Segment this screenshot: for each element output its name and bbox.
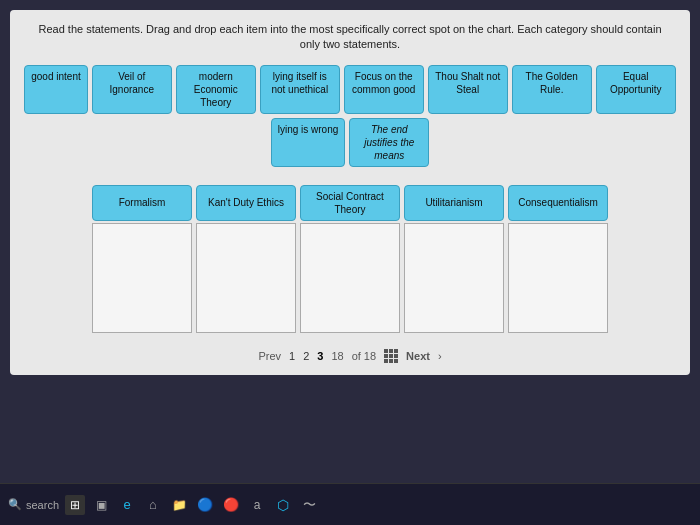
drop-box-formalism[interactable]: [92, 223, 192, 333]
app1-button[interactable]: 🔵: [195, 495, 215, 515]
app3-button[interactable]: a: [247, 495, 267, 515]
prev-button[interactable]: Prev: [258, 350, 281, 362]
drop-box-social[interactable]: [300, 223, 400, 333]
page-2[interactable]: 2: [303, 350, 309, 362]
drop-header-conseq: Consequentialism: [508, 185, 608, 221]
taskbar: 🔍 search ⊞ ▣ e ⌂ 📁 🔵 🔴 a ⬡ 〜: [0, 483, 700, 525]
drop-column-kant: Kan't Duty Ethics: [196, 185, 296, 333]
drag-item-item4[interactable]: lying itself is not unethical: [260, 65, 340, 114]
drop-column-formalism: Formalism: [92, 185, 192, 333]
drop-header-kant: Kan't Duty Ethics: [196, 185, 296, 221]
drag-item-item6[interactable]: Thou Shalt not Steal: [428, 65, 508, 114]
windows-button[interactable]: ⊞: [65, 495, 85, 515]
drop-box-kant[interactable]: [196, 223, 296, 333]
pagination-bar: Prev 1 2 3 18 of 18 Next ›: [22, 349, 678, 363]
app2-button[interactable]: 🔴: [221, 495, 241, 515]
drag-item-item8[interactable]: Equal Opportunity: [596, 65, 676, 114]
drag-item-item5[interactable]: Focus on the common good: [344, 65, 424, 114]
drop-header-util: Utilitarianism: [404, 185, 504, 221]
next-button[interactable]: Next: [406, 350, 430, 362]
activity-container: Read the statements. Drag and drop each …: [10, 10, 690, 375]
instructions-text: Read the statements. Drag and drop each …: [22, 22, 678, 53]
network-icon[interactable]: 〜: [299, 495, 319, 515]
grid-view-icon[interactable]: [384, 349, 398, 363]
drop-box-conseq[interactable]: [508, 223, 608, 333]
drag-item-item2[interactable]: Veil of Ignorance: [92, 65, 172, 114]
search-area: 🔍 search: [8, 498, 59, 511]
edge-button[interactable]: e: [117, 495, 137, 515]
hp-button[interactable]: ⬡: [273, 495, 293, 515]
drag-item-item7[interactable]: The Golden Rule.: [512, 65, 592, 114]
next-chevron: ›: [438, 350, 442, 362]
taskbar-icons: ⊞ ▣ e ⌂ 📁 🔵 🔴 a ⬡ 〜: [65, 495, 319, 515]
drop-column-util: Utilitarianism: [404, 185, 504, 333]
total-pages: 18: [331, 350, 343, 362]
drag-item-item3[interactable]: modern Economic Theory: [176, 65, 256, 114]
drag-items-bank: good intentVeil of Ignorancemodern Econo…: [22, 65, 678, 167]
page-1[interactable]: 1: [289, 350, 295, 362]
drop-header-formalism: Formalism: [92, 185, 192, 221]
drop-box-util[interactable]: [404, 223, 504, 333]
drop-area: FormalismKan't Duty EthicsSocial Contrac…: [22, 185, 678, 333]
folder-button[interactable]: 📁: [169, 495, 189, 515]
taskview-button[interactable]: ▣: [91, 495, 111, 515]
drop-header-social: Social Contract Theory: [300, 185, 400, 221]
drag-item-item9[interactable]: lying is wrong: [271, 118, 346, 167]
search-icon: 🔍: [8, 498, 22, 511]
drag-item-item10[interactable]: The end justifies the means: [349, 118, 429, 167]
drop-column-social: Social Contract Theory: [300, 185, 400, 333]
page-3[interactable]: 3: [317, 350, 323, 362]
drag-item-item1[interactable]: good intent: [24, 65, 88, 114]
home-button[interactable]: ⌂: [143, 495, 163, 515]
main-screen: Read the statements. Drag and drop each …: [0, 0, 700, 483]
of-label: of 18: [352, 350, 376, 362]
drop-column-conseq: Consequentialism: [508, 185, 608, 333]
search-label: search: [26, 499, 59, 511]
